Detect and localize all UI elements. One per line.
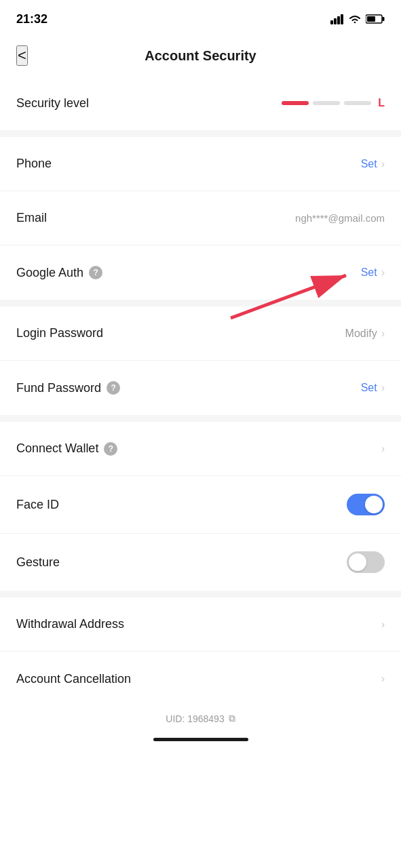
email-value-container: ngh****@gmail.com — [295, 212, 385, 224]
email-value: ngh****@gmail.com — [295, 212, 385, 224]
svg-rect-3 — [341, 14, 343, 24]
home-indicator — [0, 731, 401, 752]
fund-password-item[interactable]: Fund Password ? Set › — [0, 361, 401, 415]
connect-wallet-help-icon: ? — [104, 442, 117, 456]
status-time: 21:32 — [16, 12, 47, 26]
connect-wallet-item[interactable]: Connect Wallet ? › — [0, 422, 401, 476]
svg-rect-2 — [337, 16, 340, 24]
gesture-toggle-thumb — [349, 553, 366, 571]
withdrawal-address-label: Withdrawal Address — [16, 617, 124, 631]
wifi-icon — [348, 14, 362, 24]
security-bar-2 — [313, 101, 340, 105]
login-password-chevron-icon: › — [381, 328, 385, 340]
phone-label: Phone — [16, 157, 52, 171]
connect-wallet-action: › — [381, 443, 385, 455]
account-cancellation-chevron-icon: › — [381, 673, 385, 685]
fund-password-action: Set › — [361, 382, 385, 394]
security-bar-1 — [282, 101, 309, 105]
gesture-toggle-track — [347, 551, 385, 573]
account-section: Withdrawal Address › Account Cancellatio… — [0, 597, 401, 706]
page-title: Account Security — [145, 48, 256, 64]
home-bar — [153, 738, 248, 741]
uid-footer: UID: 1968493 ⧉ — [0, 706, 401, 731]
status-icons — [330, 14, 385, 24]
login-password-action: Modify › — [345, 328, 385, 340]
account-cancellation-label: Account Cancellation — [16, 672, 131, 686]
security-level-letter: L — [378, 97, 385, 109]
fund-password-label: Fund Password ? — [16, 381, 120, 395]
gesture-item[interactable]: Gesture — [0, 534, 401, 591]
divider-1 — [0, 130, 401, 137]
status-bar: 21:32 — [0, 0, 401, 35]
svg-rect-6 — [367, 16, 375, 22]
withdrawal-address-item[interactable]: Withdrawal Address › — [0, 597, 401, 652]
svg-rect-0 — [330, 20, 333, 24]
security-level-label: Security level — [16, 96, 89, 111]
security-level-indicator: L — [282, 97, 385, 109]
fund-password-chevron-icon: › — [381, 382, 385, 394]
face-id-toggle[interactable] — [347, 494, 385, 515]
login-password-modify-text: Modify — [345, 328, 377, 340]
divider-4 — [0, 591, 401, 597]
security-level-section: Security level L — [0, 76, 401, 130]
phone-set-text: Set — [361, 158, 377, 170]
withdrawal-address-action: › — [381, 618, 385, 631]
face-id-toggle-thumb — [365, 496, 383, 513]
security-bar-3 — [344, 101, 371, 105]
withdrawal-address-chevron-icon: › — [381, 618, 385, 631]
copy-icon[interactable]: ⧉ — [229, 713, 235, 724]
face-id-toggle-track — [347, 494, 385, 515]
svg-rect-5 — [383, 17, 385, 21]
signal-icon — [330, 14, 344, 24]
email-label: Email — [16, 211, 47, 225]
fund-password-set-text: Set — [361, 382, 377, 394]
gesture-toggle[interactable] — [347, 551, 385, 573]
account-cancellation-item[interactable]: Account Cancellation › — [0, 652, 401, 706]
back-button[interactable]: < — [16, 45, 28, 66]
login-password-label: Login Password — [16, 326, 103, 340]
wallet-biometric-section: Connect Wallet ? › Face ID Gesture — [0, 422, 401, 591]
connect-wallet-chevron-icon: › — [381, 443, 385, 455]
red-arrow-icon — [0, 247, 401, 328]
page-header: < Account Security — [0, 35, 401, 76]
face-id-label: Face ID — [16, 498, 59, 512]
face-id-item[interactable]: Face ID — [0, 476, 401, 534]
fund-password-help-icon: ? — [107, 381, 120, 395]
phone-chevron-icon: › — [381, 158, 385, 170]
email-item[interactable]: Email ngh****@gmail.com — [0, 191, 401, 245]
svg-rect-1 — [334, 18, 337, 24]
connect-wallet-label: Connect Wallet ? — [16, 441, 117, 456]
phone-item[interactable]: Phone Set › — [0, 137, 401, 191]
security-level-item: Security level L — [0, 76, 401, 130]
gesture-label: Gesture — [16, 555, 60, 570]
battery-icon — [366, 14, 385, 24]
phone-action: Set › — [361, 158, 385, 170]
account-cancellation-action: › — [381, 673, 385, 685]
uid-label: UID: 1968493 — [166, 713, 224, 724]
divider-3 — [0, 415, 401, 422]
svg-line-8 — [231, 275, 346, 318]
